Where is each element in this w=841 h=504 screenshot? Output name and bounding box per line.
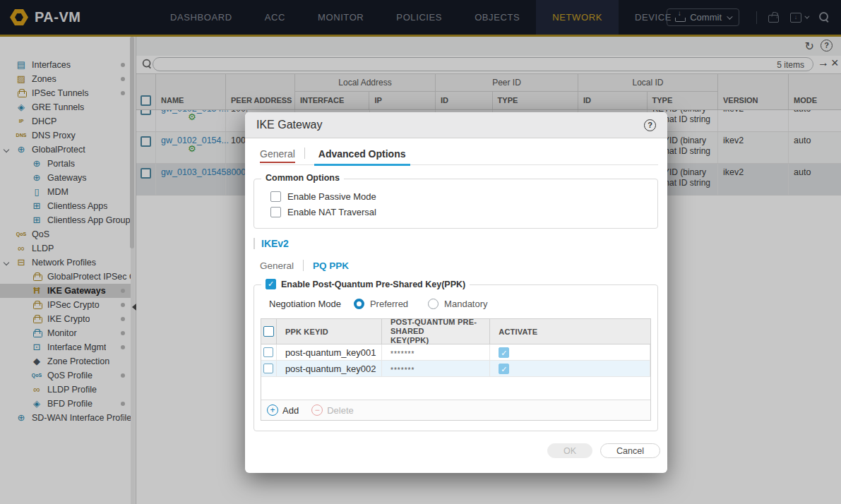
ppk-table-header: PPK KEYID POST-QUANTUM PRE-SHARED KEY(PP… [261,319,650,344]
ppk-row[interactable]: post-quantum_key002*******✓ [261,361,650,377]
ppk-row-checkbox-cell [261,361,277,376]
dialog-tabs: General Advanced Options [260,148,658,165]
ok-button[interactable]: OK [547,443,592,458]
ppk-legend: ✓ Enable Post-Quantum Pre-Shared Key(PPK… [261,279,470,289]
delete-icon: − [311,404,323,416]
ikev2-tabs: General PQ PPK [260,260,667,271]
negotiation-mode-label: Negotiation Mode [269,299,341,309]
delete-button[interactable]: Delete [327,405,354,416]
dialog-title-bar: IKE Gateway ? [245,112,667,138]
dialog-actions: OK Cancel [547,443,660,458]
ppk-fieldset: ✓ Enable Post-Quantum Pre-Shared Key(PPK… [254,284,658,431]
dialog-title: IKE Gateway [256,119,322,131]
ikev2-section-heading: IKEv2 [254,238,667,249]
ppk-keyid-cell: post-quantum_key002 [277,361,382,376]
ppk-row[interactable]: post-quantum_key001*******✓ [261,344,650,361]
ppk-table-footer: + Add − Delete [261,400,650,420]
ppk-column-activate: ACTIVATE [490,319,650,344]
activate-checkbox[interactable]: ✓ [499,364,509,374]
ppk-row-checkbox[interactable] [263,364,273,373]
masked-key-value: ******* [390,364,414,374]
tab-advanced-options[interactable]: Advanced Options [314,148,410,166]
ppk-table-body: post-quantum_key001*******✓post-quantum_… [261,344,650,377]
divider [303,260,304,271]
ike-gateway-dialog: IKE Gateway ? General Advanced Options C… [245,112,667,473]
checkbox-row: Enable Passive Mode [270,191,657,202]
radio-preferred[interactable] [354,299,364,309]
ppk-column-keyid: PPK KEYID [277,319,382,344]
tab-ikev2-general[interactable]: General [260,260,294,271]
tab-general[interactable]: General [260,148,295,164]
radio-mandatory[interactable] [428,299,439,309]
ppk-key-cell: ******* [382,344,490,360]
enable-ppk-checkbox[interactable]: ✓ [266,279,276,289]
common-options-legend: Common Options [261,173,344,183]
ppk-keyid-cell: post-quantum_key001 [277,344,382,360]
add-icon: + [267,404,278,416]
divider [304,148,305,159]
divider [254,238,255,249]
ppk-select-all-checkbox[interactable] [263,326,274,337]
add-button[interactable]: Add [282,405,299,416]
common-options-fieldset: Common Options Enable Passive ModeEnable… [254,179,658,229]
pan-os-app: PA-VM DASHBOARDACCMONITORPOLICIESOBJECTS… [0,0,841,504]
ppk-activate-cell: ✓ [490,344,650,360]
checkbox-label: Enable Passive Mode [287,191,376,202]
enable-passive-mode-checkbox[interactable] [270,191,281,202]
dialog-help-icon[interactable]: ? [644,119,656,131]
ppk-table: PPK KEYID POST-QUANTUM PRE-SHARED KEY(PP… [261,318,651,421]
enable-nat-traversal-checkbox[interactable] [270,207,281,217]
masked-key-value: ******* [390,347,414,358]
ppk-key-cell: ******* [382,361,490,376]
cancel-button[interactable]: Cancel [600,443,660,458]
checkbox-label: Enable NAT Traversal [287,207,376,217]
ppk-activate-cell: ✓ [490,361,650,376]
ppk-row-checkbox[interactable] [263,347,273,357]
ppk-column-key: POST-QUANTUM PRE-SHARED KEY(PPK) [382,319,490,344]
activate-checkbox[interactable]: ✓ [499,347,509,358]
ppk-row-checkbox-cell [261,344,277,360]
common-options-checkboxes: Enable Passive ModeEnable NAT Traversal [254,179,657,217]
ppk-table-empty-area [261,377,650,400]
tab-pq-ppk[interactable]: PQ PPK [313,260,349,271]
checkbox-row: Enable NAT Traversal [270,207,657,217]
